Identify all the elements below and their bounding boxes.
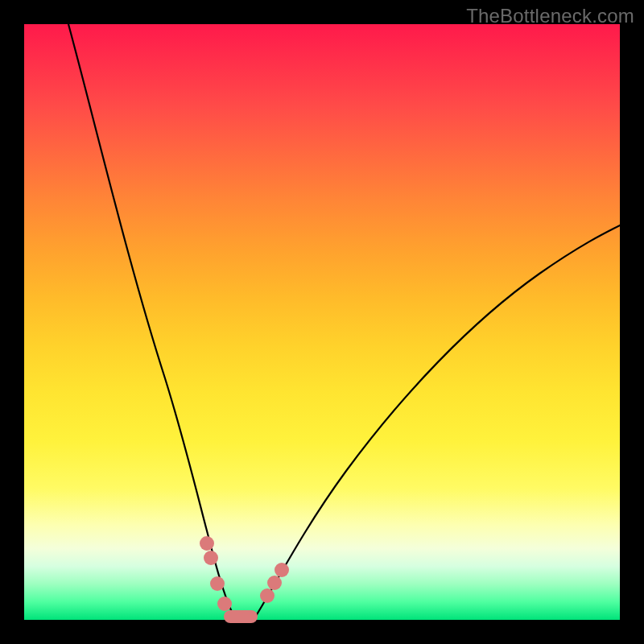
plot-area [24, 24, 620, 620]
marker-pill [224, 610, 258, 623]
marker-dot [200, 536, 214, 551]
marker-dot [267, 576, 282, 590]
marker-dot [275, 563, 289, 577]
curve-left-branch [68, 24, 235, 617]
chart-frame: TheBottleneck.com [0, 0, 644, 644]
bottleneck-curve [24, 24, 620, 620]
marker-dot [260, 588, 275, 603]
marker-dot [204, 551, 218, 565]
marker-dot [210, 576, 225, 591]
marker-dot [217, 597, 232, 611]
curve-right-branch [256, 225, 620, 616]
